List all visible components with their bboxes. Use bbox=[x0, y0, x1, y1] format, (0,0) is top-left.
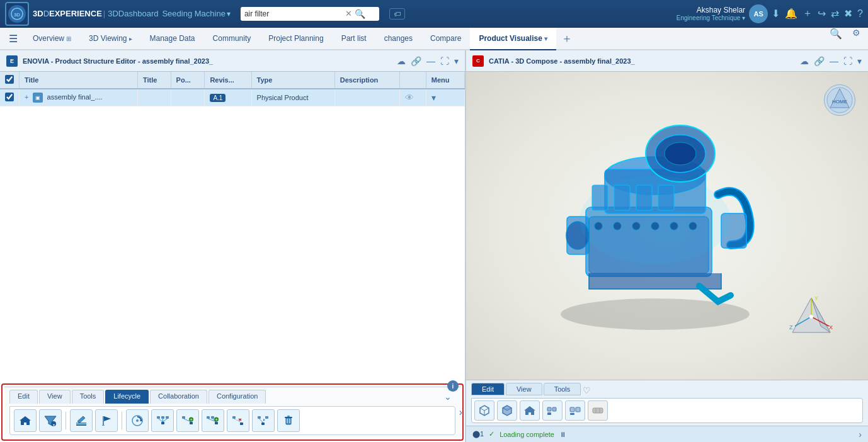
catia-favorite-icon[interactable]: ♡ bbox=[581, 383, 593, 397]
nav-partlist-label: Part list bbox=[341, 34, 367, 43]
hamburger-icon[interactable]: ☰ bbox=[3, 28, 24, 49]
svg-line-17 bbox=[159, 419, 163, 422]
bottom-toolbar-area: Edit View Tools Lifecycle Collaboration … bbox=[0, 382, 465, 442]
disconnect-button[interactable] bbox=[227, 409, 249, 432]
right-link-button[interactable]: 🔗 bbox=[814, 56, 825, 66]
dashboard-label[interactable]: 3DDashboard bbox=[108, 9, 158, 18]
expand-button[interactable]: ⛶ bbox=[440, 56, 449, 66]
download-icon[interactable]: ⬇ bbox=[772, 8, 780, 20]
row-checkbox[interactable] bbox=[5, 93, 14, 101]
catia-view-icon[interactable] bbox=[565, 400, 585, 421]
search-clear-icon[interactable]: ✕ bbox=[345, 9, 352, 18]
toolbar-tab-view[interactable]: View bbox=[39, 390, 71, 404]
svg-rect-5 bbox=[76, 422, 86, 424]
svg-marker-8 bbox=[104, 416, 111, 421]
machine-name[interactable]: Seeding Machine bbox=[162, 9, 225, 18]
connect-icon[interactable]: ⇄ bbox=[831, 8, 839, 20]
right-chevron-button[interactable]: ▾ bbox=[857, 56, 862, 66]
toolbar-tab-collaboration[interactable]: Collaboration bbox=[150, 390, 207, 404]
svg-text:HOME: HOME bbox=[832, 99, 847, 105]
link-button[interactable]: 🔗 bbox=[411, 56, 421, 66]
nav-item-product-visualise[interactable]: Product Visualise ▾ bbox=[470, 28, 556, 50]
row-menu-icon[interactable]: ▾ bbox=[431, 93, 436, 103]
catia-home-icon[interactable] bbox=[520, 400, 540, 421]
svg-rect-20 bbox=[182, 416, 185, 419]
edit-button[interactable] bbox=[70, 409, 93, 432]
user-role-chevron-icon[interactable]: ▾ bbox=[742, 14, 745, 21]
header-checkbox[interactable] bbox=[5, 75, 14, 84]
add-icon[interactable]: ＋ bbox=[802, 7, 813, 20]
nav-item-changes[interactable]: changes bbox=[375, 28, 421, 50]
panel-chevron-button[interactable]: ▾ bbox=[454, 56, 459, 66]
bell-icon[interactable]: 🔔 bbox=[785, 8, 797, 20]
lifecycle-button[interactable] bbox=[126, 409, 149, 432]
toolbar-overflow-icon[interactable]: ⌄ bbox=[440, 390, 455, 404]
table-row[interactable]: + ▣ assembly final_.... A.1 Physical Pro… bbox=[0, 89, 465, 106]
col-position: Po... bbox=[171, 72, 205, 89]
visibility-icon[interactable]: 👁 bbox=[405, 93, 414, 103]
catia-tab-tools[interactable]: Tools bbox=[544, 383, 581, 395]
toolbar-tab-configuration[interactable]: Configuration bbox=[208, 390, 266, 404]
nav-item-compare[interactable]: Compare bbox=[421, 28, 470, 50]
flag-button[interactable] bbox=[95, 409, 118, 432]
catia-tab-view[interactable]: View bbox=[506, 383, 542, 395]
right-cloud-button[interactable]: ☁ bbox=[800, 56, 809, 66]
experience-text: EXPERIENCE bbox=[49, 9, 102, 18]
right-expand-button[interactable]: ⛶ bbox=[843, 56, 852, 66]
toolbar-tab-lifecycle[interactable]: Lifecycle bbox=[105, 390, 149, 404]
aggregate-button[interactable]: + bbox=[202, 409, 224, 432]
overview-icon: ⊞ bbox=[66, 35, 71, 42]
toolbar-tab-tools[interactable]: Tools bbox=[72, 390, 105, 404]
help-icon[interactable]: ? bbox=[857, 8, 863, 20]
nav-item-3d-viewing[interactable]: 3D Viewing ▸ bbox=[80, 28, 140, 50]
row-expand-icon[interactable]: + bbox=[25, 93, 28, 101]
user-section: Akshay Shelar Engineering Technique ▾ AS bbox=[677, 4, 768, 23]
svg-rect-25 bbox=[207, 416, 210, 419]
svg-rect-21 bbox=[190, 422, 193, 424]
filter-button[interactable]: ▾ bbox=[39, 409, 62, 432]
nav-item-project-planning[interactable]: Project Planning bbox=[260, 28, 332, 50]
catia-solid-box-icon[interactable] bbox=[497, 400, 517, 421]
pause-button[interactable]: ⏸ bbox=[559, 431, 566, 438]
nav-productvisualise-label: Product Visualise bbox=[479, 34, 542, 43]
col-menu: Menu bbox=[426, 72, 464, 89]
catia-box-icon[interactable] bbox=[474, 400, 494, 421]
minimize-button[interactable]: — bbox=[426, 56, 435, 66]
avatar[interactable]: AS bbox=[749, 4, 768, 23]
status-arrow-icon[interactable]: › bbox=[859, 429, 862, 439]
delete-button[interactable] bbox=[277, 409, 300, 432]
catia-disabled-btn[interactable] bbox=[588, 400, 608, 421]
nav-settings-icon[interactable]: ⚙ bbox=[847, 28, 865, 49]
add-child-button[interactable]: + bbox=[176, 409, 199, 432]
search-input[interactable] bbox=[244, 9, 345, 18]
app-logo[interactable]: 3D bbox=[5, 2, 29, 26]
machine-chevron-icon[interactable]: ▾ bbox=[227, 9, 231, 18]
navigation-cube[interactable]: HOME bbox=[824, 84, 855, 116]
nav-item-overview[interactable]: Overview ⊞ bbox=[24, 28, 80, 50]
disconnect-icon[interactable]: ✖ bbox=[844, 8, 852, 20]
catia-tab-edit[interactable]: Edit bbox=[471, 383, 505, 395]
scroll-right-icon[interactable]: › bbox=[459, 407, 462, 418]
nav-item-community[interactable]: Community bbox=[204, 28, 260, 50]
right-minimize-button[interactable]: — bbox=[830, 56, 838, 66]
catia-filter-icon[interactable] bbox=[542, 400, 562, 421]
structure-button[interactable] bbox=[151, 409, 174, 432]
search-tag-button[interactable]: 🏷 bbox=[389, 8, 405, 20]
move-button[interactable] bbox=[252, 409, 275, 432]
info-button[interactable]: i bbox=[447, 380, 459, 392]
nav-managedata-label: Manage Data bbox=[150, 34, 195, 43]
col-description: Description bbox=[334, 72, 400, 89]
col-title-1: Title bbox=[20, 72, 138, 89]
nav-search-icon[interactable]: 🔍 bbox=[825, 28, 847, 49]
svg-point-69 bbox=[580, 176, 731, 264]
cloud-save-button[interactable]: ☁ bbox=[397, 56, 406, 66]
nav-add-tab-button[interactable]: ＋ bbox=[556, 28, 578, 49]
col-title-2: Title bbox=[137, 72, 171, 89]
search-icon[interactable]: 🔍 bbox=[355, 9, 365, 19]
toolbar-tab-edit[interactable]: Edit bbox=[9, 390, 38, 404]
viewport[interactable]: HOME bbox=[466, 72, 868, 380]
nav-item-manage-data[interactable]: Manage Data bbox=[141, 28, 204, 50]
share-icon[interactable]: ↪ bbox=[818, 8, 826, 20]
home-button[interactable] bbox=[14, 409, 37, 432]
nav-item-part-list[interactable]: Part list bbox=[333, 28, 375, 50]
